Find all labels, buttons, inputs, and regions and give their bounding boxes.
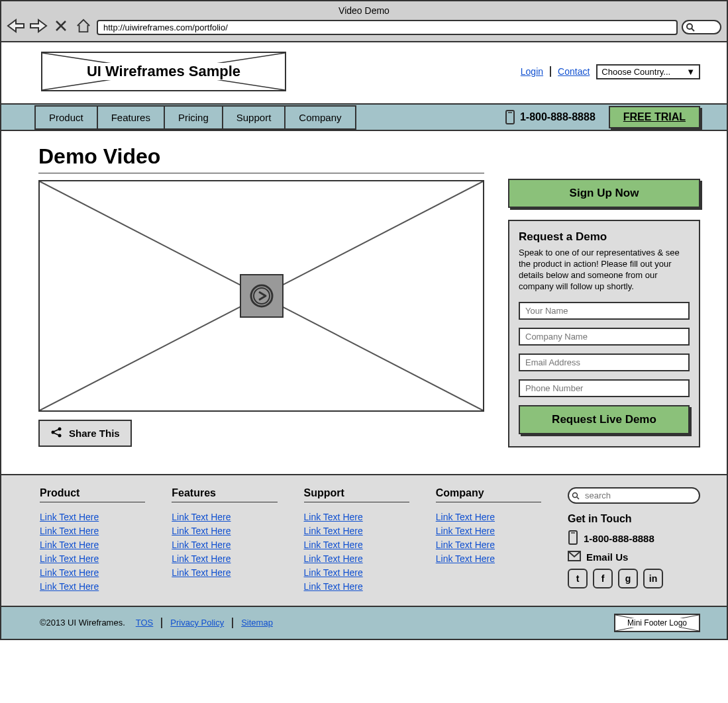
back-button[interactable] <box>7 19 25 36</box>
signup-button[interactable]: Sign Up Now <box>508 179 700 208</box>
facebook-icon[interactable]: f <box>593 569 613 588</box>
divider <box>232 618 233 628</box>
footer-link[interactable]: Link Text Here <box>304 580 409 594</box>
nav-phone: 1-800-888-8888 <box>520 111 596 123</box>
stop-button[interactable] <box>52 19 70 36</box>
svg-point-11 <box>58 428 62 431</box>
phone-field[interactable] <box>519 379 690 397</box>
svg-line-1 <box>692 28 694 31</box>
footer-col-company: CompanyLink Text HereLink Text HereLink … <box>436 487 541 594</box>
site-logo[interactable]: UI Wireframes Sample <box>41 52 286 91</box>
chevron-down-icon: ▼ <box>686 67 695 77</box>
demo-heading: Request a Demo <box>519 230 690 244</box>
share-icon <box>50 426 62 440</box>
share-button[interactable]: Share This <box>38 420 132 447</box>
email-us-link[interactable]: Email Us <box>586 551 628 563</box>
footer-phone: 1-800-888-8888 <box>584 533 654 544</box>
get-in-touch-heading: Get in Touch <box>568 513 700 525</box>
linkedin-icon[interactable]: in <box>643 569 663 588</box>
footer-link[interactable]: Link Text Here <box>436 538 541 552</box>
url-bar[interactable] <box>97 20 678 35</box>
footer-link[interactable]: Link Text Here <box>172 524 277 538</box>
footer-link[interactable]: Link Text Here <box>304 510 409 524</box>
divider <box>161 618 162 628</box>
bottom-link-sitemap[interactable]: Sitemap <box>241 618 273 628</box>
footer-col-title: Company <box>436 487 541 502</box>
footer-link[interactable]: Link Text Here <box>40 524 145 538</box>
search-icon <box>572 491 580 502</box>
bottom-link-privacy-policy[interactable]: Privacy Policy <box>170 618 224 628</box>
footer-link[interactable]: Link Text Here <box>40 580 145 594</box>
bottom-link-tos[interactable]: TOS <box>136 618 154 628</box>
page-title: Demo Video <box>38 144 484 173</box>
company-field[interactable] <box>519 328 690 346</box>
divider <box>550 66 551 77</box>
nav-item-product[interactable]: Product <box>34 105 98 130</box>
nav-item-pricing[interactable]: Pricing <box>164 105 223 130</box>
home-button[interactable] <box>74 19 93 36</box>
bottom-bar: ©2013 UI Wireframes. TOSPrivacy PolicySi… <box>1 606 727 639</box>
footer-col-title: Features <box>172 487 277 502</box>
video-placeholder[interactable] <box>38 180 484 412</box>
footer-col-title: Product <box>40 487 145 502</box>
demo-form: Request a Demo Speak to one of our repre… <box>508 220 700 447</box>
email-icon <box>568 551 581 563</box>
footer-search[interactable] <box>568 487 700 504</box>
footer-link[interactable]: Link Text Here <box>172 566 277 580</box>
main-nav: ProductFeaturesPricingSupportCompany 1-8… <box>1 103 727 131</box>
nav-item-support[interactable]: Support <box>222 105 286 130</box>
browser-search[interactable] <box>682 20 721 34</box>
name-field[interactable] <box>519 302 690 320</box>
footer-link[interactable]: Link Text Here <box>436 524 541 538</box>
footer-link[interactable]: Link Text Here <box>436 510 541 524</box>
browser-chrome: Video Demo <box>0 0 728 42</box>
footer-link[interactable]: Link Text Here <box>172 510 277 524</box>
page-content: UI Wireframes Sample Login Contact Choos… <box>0 42 728 640</box>
svg-point-9 <box>254 288 270 304</box>
footer-col-product: ProductLink Text HereLink Text HereLink … <box>40 487 145 594</box>
email-field[interactable] <box>519 353 690 371</box>
copyright: ©2013 UI Wireframes. <box>40 618 125 628</box>
footer-col-features: FeaturesLink Text HereLink Text HereLink… <box>172 487 277 594</box>
footer-link[interactable]: Link Text Here <box>172 552 277 566</box>
nav-item-company[interactable]: Company <box>284 105 356 130</box>
footer-link[interactable]: Link Text Here <box>40 510 145 524</box>
footer-link[interactable]: Link Text Here <box>436 552 541 566</box>
request-demo-button[interactable]: Request Live Demo <box>519 405 690 434</box>
footer: ProductLink Text HereLink Text HereLink … <box>1 474 727 606</box>
footer-link[interactable]: Link Text Here <box>40 552 145 566</box>
footer-link[interactable]: Link Text Here <box>304 524 409 538</box>
country-select[interactable]: Choose Country... ▼ <box>596 64 700 79</box>
footer-col-title: Support <box>304 487 409 502</box>
footer-col-support: SupportLink Text HereLink Text HereLink … <box>304 487 409 594</box>
play-button[interactable] <box>240 274 284 318</box>
mini-logo-text: Mini Footer Logo <box>625 618 690 628</box>
svg-line-16 <box>577 497 579 499</box>
footer-link[interactable]: Link Text Here <box>304 566 409 580</box>
twitter-icon[interactable]: t <box>568 569 588 588</box>
footer-link[interactable]: Link Text Here <box>172 538 277 552</box>
forward-button[interactable] <box>29 19 48 36</box>
share-label: Share This <box>69 428 120 439</box>
login-link[interactable]: Login <box>521 66 543 77</box>
footer-link[interactable]: Link Text Here <box>304 552 409 566</box>
svg-point-0 <box>687 24 692 29</box>
contact-link[interactable]: Contact <box>558 66 590 77</box>
browser-tab-title: Video Demo <box>7 4 721 17</box>
footer-link[interactable]: Link Text Here <box>304 538 409 552</box>
nav-item-features[interactable]: Features <box>97 105 165 130</box>
free-trial-button[interactable]: FREE TRIAL <box>609 106 700 128</box>
svg-line-14 <box>54 433 58 435</box>
footer-link[interactable]: Link Text Here <box>40 566 145 580</box>
svg-line-13 <box>54 430 58 432</box>
mini-footer-logo[interactable]: Mini Footer Logo <box>614 614 700 632</box>
svg-point-12 <box>58 434 62 438</box>
logo-text: UI Wireframes Sample <box>81 63 246 80</box>
country-select-label: Choose Country... <box>601 67 670 77</box>
phone-icon <box>568 530 578 547</box>
phone-icon <box>504 109 516 125</box>
svg-point-15 <box>573 492 578 497</box>
demo-body: Speak to one of our representatives & se… <box>519 248 690 293</box>
google-icon[interactable]: g <box>618 569 638 588</box>
footer-link[interactable]: Link Text Here <box>40 538 145 552</box>
